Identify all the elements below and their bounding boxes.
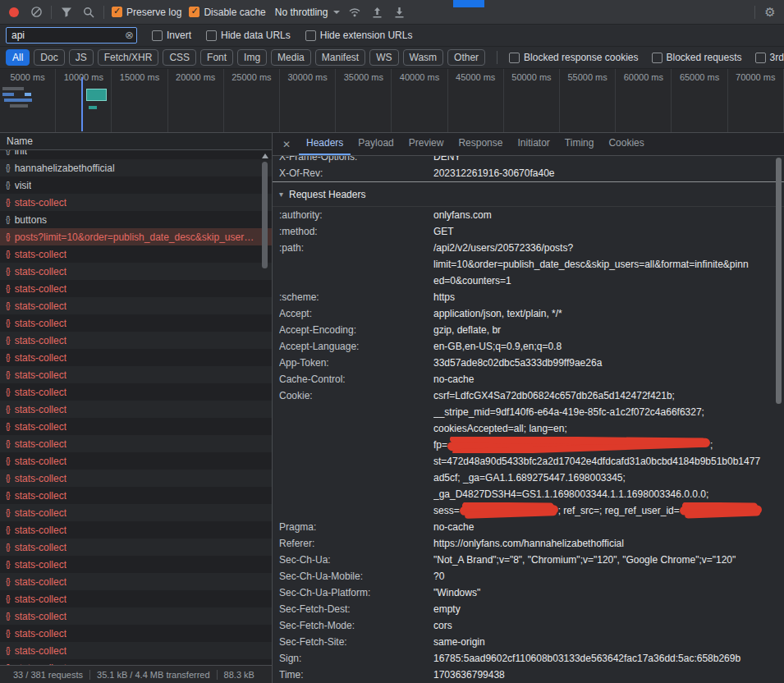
header-value: "Not_A Brand";v="8", "Chromium";v="120",…: [433, 552, 784, 568]
transferred-size: 35.1 kB / 4.4 MB transferred: [89, 670, 217, 680]
timeline-tick: 70000 ms: [728, 69, 784, 132]
request-row[interactable]: {}stats-collect: [0, 366, 272, 383]
type-filter-js[interactable]: JS: [69, 49, 94, 66]
tab-timing[interactable]: Timing: [557, 133, 602, 155]
preserve-log-checkbox[interactable]: Preserve log: [112, 7, 181, 18]
record-button[interactable]: [7, 5, 21, 20]
filter-checkbox-blocked-response-cookies[interactable]: Blocked response cookies: [509, 52, 638, 63]
request-row[interactable]: {}stats-collect: [0, 280, 272, 297]
name-column-header[interactable]: Name: [0, 133, 272, 150]
script-icon: {}: [6, 439, 10, 448]
request-name: stats-collect: [15, 456, 66, 467]
type-filter-doc[interactable]: Doc: [34, 49, 64, 66]
scrollbar-thumb[interactable]: [776, 158, 782, 404]
tab-payload[interactable]: Payload: [351, 133, 401, 155]
request-row[interactable]: {}posts?limit=10&order=publish_date_desc…: [0, 228, 272, 245]
invert-checkbox[interactable]: Invert: [152, 30, 191, 41]
request-list-scrollbar[interactable]: [260, 152, 269, 663]
request-row[interactable]: {}stats-collect: [0, 625, 272, 642]
script-icon: {}: [6, 612, 10, 621]
script-icon: {}: [6, 543, 10, 552]
request-row[interactable]: {}stats-collect: [0, 418, 272, 435]
request-row[interactable]: {}stats-collect: [0, 245, 272, 263]
header-name: Time:: [279, 667, 433, 683]
filter-input[interactable]: [6, 27, 137, 44]
filter-checkbox-blocked-requests[interactable]: Blocked requests: [652, 52, 742, 63]
request-row[interactable]: {}stats-collect: [0, 314, 272, 332]
request-row[interactable]: {}stats-collect: [0, 452, 272, 470]
request-row[interactable]: {}stats-collect: [0, 401, 272, 418]
throttling-select[interactable]: No throttling: [275, 7, 341, 18]
filter-icon[interactable]: [59, 5, 74, 20]
request-headers-section[interactable]: ▾ Request Headers: [273, 181, 784, 207]
request-row[interactable]: {}stats-collect: [0, 521, 272, 539]
request-row[interactable]: {}stats-collect: [0, 504, 272, 521]
tab-preview[interactable]: Preview: [401, 133, 452, 155]
hide-extension-urls-checkbox[interactable]: Hide extension URLs: [305, 30, 413, 41]
request-row[interactable]: {}visit: [0, 176, 272, 194]
request-row[interactable]: {}stats-collect: [0, 556, 272, 573]
header-value: csrf=LdfcGX4Sa72db06824c657db26a5d142472…: [433, 387, 784, 519]
request-row[interactable]: {}init: [0, 150, 272, 159]
type-filter-other[interactable]: Other: [447, 49, 485, 66]
settings-gear-icon[interactable]: ⚙: [763, 5, 777, 20]
type-filter-media[interactable]: Media: [271, 49, 311, 66]
request-row[interactable]: {}stats-collect: [0, 607, 272, 625]
header-value-line: ad5cf; _ga=GA1.1.689275447.1698003345;: [433, 470, 784, 486]
clear-filter-icon[interactable]: ⊗: [125, 29, 134, 42]
request-row[interactable]: {}buttons: [0, 211, 272, 228]
type-filter-fetch-xhr[interactable]: Fetch/XHR: [98, 49, 159, 66]
redaction-scribble: [680, 505, 762, 515]
type-filter-wasm[interactable]: Wasm: [403, 49, 444, 66]
tab-initiator[interactable]: Initiator: [510, 133, 557, 155]
request-row[interactable]: {}stats-collect: [0, 297, 272, 314]
value-text: sess=: [433, 505, 460, 516]
export-har-icon[interactable]: [392, 5, 406, 20]
request-row[interactable]: {}stats-collect: [0, 573, 272, 590]
filter-checkbox-3rd-party-requests[interactable]: 3rd-party requests: [755, 52, 784, 63]
tab-response[interactable]: Response: [451, 133, 510, 155]
request-row[interactable]: {}hannahelizabethofficial: [0, 159, 272, 176]
request-row[interactable]: {}stats-collect: [0, 194, 272, 211]
disable-cache-checkbox[interactable]: Disable cache: [189, 7, 265, 18]
clear-button[interactable]: [29, 5, 44, 20]
timeline-tick: 20000 ms: [168, 69, 224, 132]
request-row[interactable]: {}stats-collect: [0, 539, 272, 556]
header-row: Sec-Ch-Ua:"Not_A Brand";v="8", "Chromium…: [273, 552, 784, 568]
detail-scrollbar[interactable]: [774, 156, 783, 683]
search-icon[interactable]: [81, 5, 96, 20]
close-icon[interactable]: ✕: [279, 139, 294, 150]
request-row[interactable]: {}stats-collect: [0, 263, 272, 280]
scrollbar-thumb[interactable]: [262, 162, 268, 268]
request-row[interactable]: {}stats-collect: [0, 383, 272, 401]
request-row[interactable]: {}stats-collect: [0, 435, 272, 452]
header-name: Sign:: [279, 650, 433, 667]
devtools-network-panel: Preserve log Disable cache No throttling…: [0, 0, 784, 683]
request-row[interactable]: {}stats-collect: [0, 332, 272, 349]
script-icon: {}: [6, 646, 10, 655]
type-filter-all[interactable]: All: [6, 49, 30, 66]
waterfall-overview[interactable]: 5000 ms10000 ms15000 ms20000 ms25000 ms3…: [0, 69, 784, 133]
request-row[interactable]: {}stats-collect: [0, 487, 272, 504]
checkbox-unchecked-icon: [652, 53, 663, 63]
type-filter-css[interactable]: CSS: [163, 49, 196, 66]
type-filter-ws[interactable]: WS: [369, 49, 398, 66]
hide-data-urls-checkbox[interactable]: Hide data URLs: [206, 30, 291, 41]
scrollbar-up-arrow-icon[interactable]: [262, 154, 268, 158]
request-row[interactable]: {}stats-collect: [0, 642, 272, 659]
header-name: Accept-Encoding:: [279, 322, 433, 338]
more-filter-checkboxes: Blocked response cookiesBlocked requests…: [509, 52, 784, 63]
value-text: ; ref_src=; reg_ref_user_id=: [558, 505, 680, 516]
type-filter-font[interactable]: Font: [200, 49, 233, 66]
type-filter-img[interactable]: Img: [237, 49, 267, 66]
tab-headers[interactable]: Headers: [299, 133, 351, 155]
network-conditions-icon[interactable]: [347, 5, 362, 20]
import-har-icon[interactable]: [369, 5, 384, 20]
request-row[interactable]: {}stats-collect: [0, 349, 272, 366]
request-row[interactable]: {}stats-collect: [0, 470, 272, 487]
header-value-line: no-cache: [433, 519, 784, 535]
tab-cookies[interactable]: Cookies: [601, 133, 651, 155]
request-row[interactable]: {}stats-collect: [0, 590, 272, 607]
request-row[interactable]: {}stats-collect: [0, 659, 272, 665]
type-filter-manifest[interactable]: Manifest: [315, 49, 365, 66]
